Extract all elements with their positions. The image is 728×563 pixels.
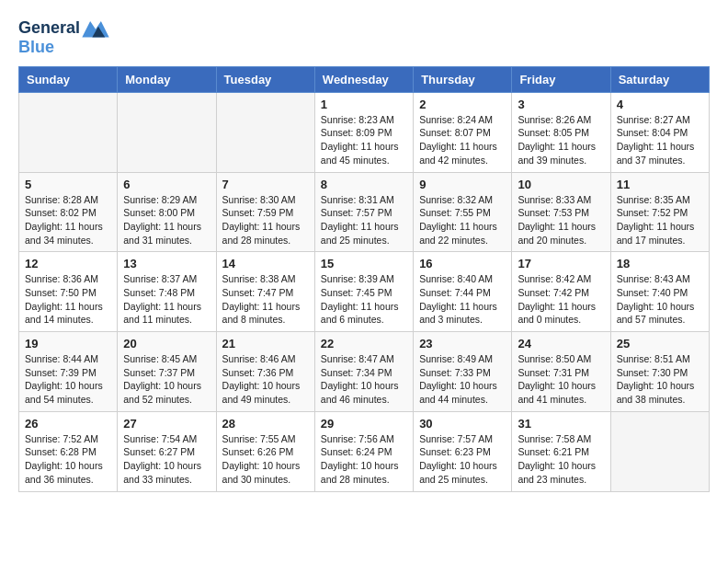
day-header-sunday: Sunday: [19, 66, 118, 92]
day-number: 12: [25, 257, 111, 270]
calendar-header-row: SundayMondayTuesdayWednesdayThursdayFrid…: [19, 66, 710, 92]
header: GeneralBlue: [18, 18, 710, 57]
calendar-cell: [216, 92, 314, 172]
day-number: 13: [123, 257, 210, 270]
calendar-cell: 6Sunrise: 8:29 AMSunset: 8:00 PMDaylight…: [118, 172, 216, 252]
calendar-cell: 8Sunrise: 8:31 AMSunset: 7:57 PMDaylight…: [314, 172, 413, 252]
day-number: 14: [222, 257, 309, 270]
day-info: Sunrise: 8:45 AMSunset: 7:37 PMDaylight:…: [123, 352, 210, 407]
day-number: 16: [419, 257, 506, 270]
calendar-cell: 7Sunrise: 8:30 AMSunset: 7:59 PMDaylight…: [216, 172, 314, 252]
day-info: Sunrise: 7:57 AMSunset: 6:23 PMDaylight:…: [419, 432, 506, 487]
day-header-friday: Friday: [512, 66, 610, 92]
day-info: Sunrise: 8:28 AMSunset: 8:02 PMDaylight:…: [25, 193, 111, 247]
calendar-cell: 1Sunrise: 8:23 AMSunset: 8:09 PMDaylight…: [314, 92, 413, 172]
calendar-cell: 14Sunrise: 8:38 AMSunset: 7:47 PMDayligh…: [216, 252, 314, 332]
day-number: 19: [25, 337, 111, 350]
calendar-cell: 15Sunrise: 8:39 AMSunset: 7:45 PMDayligh…: [314, 252, 413, 332]
calendar-cell: 23Sunrise: 8:49 AMSunset: 7:33 PMDayligh…: [414, 332, 512, 412]
day-info: Sunrise: 8:40 AMSunset: 7:44 PMDaylight:…: [419, 272, 506, 327]
day-number: 18: [617, 257, 703, 270]
calendar-cell: 3Sunrise: 8:26 AMSunset: 8:05 PMDaylight…: [512, 92, 610, 172]
calendar-cell: 21Sunrise: 8:46 AMSunset: 7:36 PMDayligh…: [216, 332, 314, 412]
calendar-cell: 24Sunrise: 8:50 AMSunset: 7:31 PMDayligh…: [512, 332, 610, 412]
day-info: Sunrise: 8:33 AMSunset: 7:53 PMDaylight:…: [518, 193, 604, 247]
calendar-cell: 31Sunrise: 7:58 AMSunset: 6:21 PMDayligh…: [512, 411, 610, 491]
calendar-cell: 30Sunrise: 7:57 AMSunset: 6:23 PMDayligh…: [414, 411, 512, 491]
day-number: 21: [222, 337, 309, 350]
day-number: 31: [518, 417, 604, 431]
day-info: Sunrise: 8:36 AMSunset: 7:50 PMDaylight:…: [25, 272, 111, 327]
day-number: 9: [419, 178, 506, 191]
day-number: 27: [123, 417, 210, 431]
calendar: SundayMondayTuesdayWednesdayThursdayFrid…: [18, 66, 710, 492]
day-info: Sunrise: 8:47 AMSunset: 7:34 PMDaylight:…: [321, 352, 407, 407]
day-info: Sunrise: 7:55 AMSunset: 6:26 PMDaylight:…: [222, 432, 309, 487]
day-info: Sunrise: 8:29 AMSunset: 8:00 PMDaylight:…: [123, 193, 210, 247]
day-number: 28: [222, 417, 309, 431]
day-info: Sunrise: 8:50 AMSunset: 7:31 PMDaylight:…: [518, 352, 604, 407]
calendar-cell: 11Sunrise: 8:35 AMSunset: 7:52 PMDayligh…: [610, 172, 709, 252]
calendar-cell: 4Sunrise: 8:27 AMSunset: 8:04 PMDaylight…: [610, 92, 709, 172]
day-info: Sunrise: 8:39 AMSunset: 7:45 PMDaylight:…: [321, 272, 407, 327]
day-number: 11: [617, 178, 703, 191]
day-info: Sunrise: 8:43 AMSunset: 7:40 PMDaylight:…: [617, 272, 703, 327]
calendar-week-1: 1Sunrise: 8:23 AMSunset: 8:09 PMDaylight…: [19, 92, 710, 172]
day-number: 4: [617, 98, 703, 111]
day-info: Sunrise: 8:24 AMSunset: 8:07 PMDaylight:…: [419, 113, 506, 167]
day-number: 25: [617, 337, 703, 350]
day-info: Sunrise: 8:31 AMSunset: 7:57 PMDaylight:…: [321, 193, 407, 247]
day-header-monday: Monday: [118, 66, 216, 92]
day-info: Sunrise: 8:26 AMSunset: 8:05 PMDaylight:…: [518, 113, 604, 167]
day-info: Sunrise: 8:51 AMSunset: 7:30 PMDaylight:…: [617, 352, 703, 407]
day-header-thursday: Thursday: [414, 66, 512, 92]
calendar-week-4: 19Sunrise: 8:44 AMSunset: 7:39 PMDayligh…: [19, 332, 710, 412]
calendar-cell: [19, 92, 118, 172]
calendar-cell: 20Sunrise: 8:45 AMSunset: 7:37 PMDayligh…: [118, 332, 216, 412]
calendar-cell: 5Sunrise: 8:28 AMSunset: 8:02 PMDaylight…: [19, 172, 118, 252]
logo-text: GeneralBlue: [18, 18, 109, 57]
day-info: Sunrise: 8:30 AMSunset: 7:59 PMDaylight:…: [222, 193, 309, 247]
day-number: 23: [419, 337, 506, 350]
calendar-cell: 28Sunrise: 7:55 AMSunset: 6:26 PMDayligh…: [216, 411, 314, 491]
calendar-week-2: 5Sunrise: 8:28 AMSunset: 8:02 PMDaylight…: [19, 172, 710, 252]
day-info: Sunrise: 7:58 AMSunset: 6:21 PMDaylight:…: [518, 432, 604, 487]
day-info: Sunrise: 8:32 AMSunset: 7:55 PMDaylight:…: [419, 193, 506, 247]
calendar-cell: 17Sunrise: 8:42 AMSunset: 7:42 PMDayligh…: [512, 252, 610, 332]
day-info: Sunrise: 8:38 AMSunset: 7:47 PMDaylight:…: [222, 272, 309, 327]
day-info: Sunrise: 8:44 AMSunset: 7:39 PMDaylight:…: [25, 352, 111, 407]
calendar-cell: 18Sunrise: 8:43 AMSunset: 7:40 PMDayligh…: [610, 252, 709, 332]
calendar-cell: 26Sunrise: 7:52 AMSunset: 6:28 PMDayligh…: [19, 411, 118, 491]
logo: GeneralBlue: [18, 18, 109, 57]
day-number: 20: [123, 337, 210, 350]
day-number: 22: [321, 337, 407, 350]
day-info: Sunrise: 8:35 AMSunset: 7:52 PMDaylight:…: [617, 193, 703, 247]
calendar-cell: [610, 411, 709, 491]
calendar-week-5: 26Sunrise: 7:52 AMSunset: 6:28 PMDayligh…: [19, 411, 710, 491]
day-info: Sunrise: 8:46 AMSunset: 7:36 PMDaylight:…: [222, 352, 309, 407]
calendar-cell: 16Sunrise: 8:40 AMSunset: 7:44 PMDayligh…: [414, 252, 512, 332]
day-number: 5: [25, 178, 111, 191]
day-header-tuesday: Tuesday: [216, 66, 314, 92]
day-info: Sunrise: 7:56 AMSunset: 6:24 PMDaylight:…: [321, 432, 407, 487]
day-number: 17: [518, 257, 604, 270]
day-info: Sunrise: 8:23 AMSunset: 8:09 PMDaylight:…: [321, 113, 407, 167]
day-header-wednesday: Wednesday: [314, 66, 413, 92]
calendar-week-3: 12Sunrise: 8:36 AMSunset: 7:50 PMDayligh…: [19, 252, 710, 332]
day-number: 15: [321, 257, 407, 270]
day-number: 8: [321, 178, 407, 191]
calendar-cell: 25Sunrise: 8:51 AMSunset: 7:30 PMDayligh…: [610, 332, 709, 412]
day-number: 6: [123, 178, 210, 191]
calendar-cell: 22Sunrise: 8:47 AMSunset: 7:34 PMDayligh…: [314, 332, 413, 412]
calendar-cell: 9Sunrise: 8:32 AMSunset: 7:55 PMDaylight…: [414, 172, 512, 252]
calendar-cell: [118, 92, 216, 172]
day-info: Sunrise: 7:52 AMSunset: 6:28 PMDaylight:…: [25, 432, 111, 487]
day-number: 2: [419, 98, 506, 111]
day-info: Sunrise: 8:27 AMSunset: 8:04 PMDaylight:…: [617, 113, 703, 167]
day-number: 24: [518, 337, 604, 350]
day-number: 10: [518, 178, 604, 191]
day-number: 30: [419, 417, 506, 431]
day-number: 26: [25, 417, 111, 431]
day-number: 29: [321, 417, 407, 431]
calendar-cell: 27Sunrise: 7:54 AMSunset: 6:27 PMDayligh…: [118, 411, 216, 491]
